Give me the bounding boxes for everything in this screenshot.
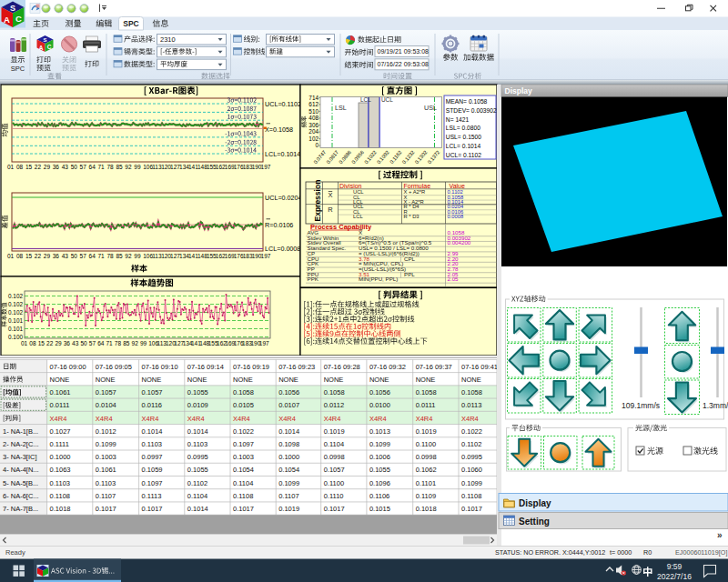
svg-text:0.1100: 0.1100 [416, 440, 436, 448]
svg-text:CPL: CPL [404, 256, 416, 262]
svg-text:X4R4: X4R4 [461, 415, 479, 423]
svg-text:0.1103: 0.1103 [142, 440, 162, 448]
svg-text:78: 78 [106, 164, 114, 170]
svg-text:0.1107: 0.1107 [278, 492, 298, 500]
svg-text:0.1015: 0.1015 [369, 505, 390, 513]
svg-text:UCL=0.1102: UCL=0.1102 [265, 100, 301, 108]
svg-text:LSL: LSL [335, 104, 347, 112]
svg-text:R=0.0106: R=0.0106 [265, 221, 293, 229]
svg-text:Value: Value [450, 183, 465, 189]
svg-text:A: A [39, 45, 44, 51]
svg-text:0.1017: 0.1017 [233, 505, 254, 513]
svg-text:2- NA-2[C...: 2- NA-2[C... [3, 440, 39, 448]
svg-text:LCL: LCL [353, 214, 363, 219]
svg-text:X4R4: X4R4 [324, 415, 341, 423]
svg-text:08: 08 [16, 164, 24, 170]
svg-text:0.1014: 0.1014 [142, 427, 163, 436]
svg-text:2.05: 2.05 [448, 276, 460, 282]
svg-text:0.004200: 0.004200 [448, 239, 471, 246]
svg-text:NONE: NONE [96, 376, 116, 384]
svg-text:07/16/22 09:53:08: 07/16/22 09:53:08 [378, 61, 430, 67]
svg-text:NONE: NONE [278, 376, 298, 384]
svg-text:»: » [717, 530, 723, 540]
svg-text:64: 64 [89, 164, 96, 170]
svg-text:0.1111: 0.1111 [50, 440, 69, 448]
svg-text:07-16 09:23: 07-16 09:23 [278, 363, 315, 371]
svg-text:1- NA-1[B...: 1- NA-1[B... [3, 427, 38, 436]
svg-text:0.1059: 0.1059 [142, 466, 163, 474]
svg-text:0.1018: 0.1018 [416, 505, 437, 513]
svg-text:S: S [43, 37, 46, 43]
svg-text:X4R4: X4R4 [96, 415, 113, 423]
svg-text:85: 85 [123, 340, 130, 346]
svg-text:0.100: 0.100 [8, 334, 23, 340]
svg-text:N= 1421: N= 1421 [446, 116, 470, 123]
svg-text:0.1099: 0.1099 [369, 440, 390, 448]
svg-text:X:0444,Y:0012: X:0444,Y:0012 [562, 548, 605, 557]
svg-text:07-16 09:41: 07-16 09:41 [461, 363, 498, 371]
svg-text:X4R4: X4R4 [233, 415, 250, 423]
svg-text:Setting: Setting [519, 517, 550, 527]
svg-text:4- NA-4[N...: 4- NA-4[N... [3, 466, 39, 474]
svg-text:0.1113: 0.1113 [142, 492, 162, 500]
svg-text:t= 0000: t= 0000 [610, 548, 632, 557]
svg-text:0.1054: 0.1054 [233, 466, 254, 474]
svg-text:57: 57 [80, 253, 87, 259]
svg-text:09/19/21 09:53:08: 09/19/21 09:53:08 [378, 48, 430, 55]
svg-text:C: C [47, 44, 52, 50]
svg-text:36: 36 [53, 164, 60, 170]
svg-text:0.1003: 0.1003 [96, 453, 116, 461]
svg-text:0.102: 0.102 [8, 309, 23, 316]
svg-text:71: 71 [106, 340, 114, 346]
svg-text:NONE: NONE [233, 376, 253, 384]
svg-text:50: 50 [71, 253, 78, 259]
svg-text:S: S [10, 4, 15, 13]
svg-text:29: 29 [44, 164, 51, 170]
svg-text:0.1103: 0.1103 [50, 479, 70, 487]
svg-text:0.1003: 0.1003 [233, 453, 254, 461]
svg-text:0.1014: 0.1014 [187, 505, 208, 513]
svg-text:9:59: 9:59 [667, 562, 682, 571]
svg-text:109.1mm/s: 109.1mm/s [622, 401, 660, 410]
svg-text:43: 43 [62, 253, 69, 259]
svg-text:71: 71 [98, 253, 106, 259]
svg-text:0.1104: 0.1104 [324, 440, 344, 448]
svg-text:57: 57 [80, 164, 87, 170]
svg-text:85: 85 [116, 253, 123, 259]
svg-text:0.1055: 0.1055 [369, 466, 390, 474]
svg-text:USL: USL [424, 104, 437, 112]
svg-text:0.1062: 0.1062 [416, 466, 437, 474]
svg-text:510: 510 [308, 108, 318, 115]
svg-text:0.1054: 0.1054 [278, 466, 299, 474]
svg-text:01: 01 [7, 253, 15, 259]
svg-text:STDEV= 0.003902: STDEV= 0.003902 [446, 107, 497, 114]
svg-text:0.1061: 0.1061 [50, 388, 71, 396]
svg-text:0.101: 0.101 [8, 326, 23, 332]
svg-text:0.0113: 0.0113 [461, 401, 481, 409]
svg-text:Formulae: Formulae [404, 183, 431, 189]
svg-text:NONE: NONE [187, 376, 207, 384]
svg-text:0.1108: 0.1108 [50, 492, 70, 500]
svg-text:R: R [328, 206, 333, 214]
svg-text:0.1097: 0.1097 [233, 440, 254, 448]
svg-text:07-16 09:10: 07-16 09:10 [142, 363, 178, 371]
svg-text:0.0008: 0.0008 [448, 214, 464, 219]
svg-text:R0: R0 [643, 548, 652, 557]
svg-text:85: 85 [116, 164, 123, 170]
svg-text:USL= 0.1500: USL= 0.1500 [446, 134, 482, 140]
svg-text:0.1019: 0.1019 [324, 427, 345, 436]
svg-text:0.1012: 0.1012 [96, 427, 116, 436]
svg-text:0.1102: 0.1102 [461, 440, 481, 448]
svg-text:NONE: NONE [142, 376, 162, 384]
svg-text:07-16 09:37: 07-16 09:37 [416, 363, 452, 371]
svg-text:0.0111: 0.0111 [416, 401, 436, 409]
svg-text:0.1013: 0.1013 [369, 427, 390, 436]
svg-text:0.1022: 0.1022 [461, 427, 482, 436]
svg-text:0.0109: 0.0109 [187, 401, 208, 409]
svg-text:36: 36 [53, 253, 60, 259]
svg-text:01: 01 [7, 164, 15, 170]
svg-text:2022/7/16: 2022/7/16 [657, 572, 692, 581]
svg-text:1.3mm/: 1.3mm/ [703, 401, 728, 410]
svg-text:0.0997: 0.0997 [142, 453, 163, 461]
svg-text:0.102: 0.102 [8, 293, 23, 299]
